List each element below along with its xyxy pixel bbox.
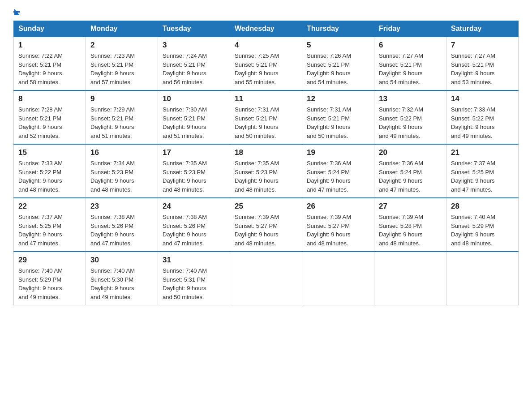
day-cell: 28 Sunrise: 7:40 AMSunset: 5:29 PMDaylig… [446, 198, 519, 252]
day-number: 22 [18, 202, 81, 211]
day-info: Sunrise: 7:40 AMSunset: 5:31 PMDaylight:… [163, 266, 225, 301]
day-info: Sunrise: 7:39 AMSunset: 5:28 PMDaylight:… [379, 213, 442, 248]
day-number: 10 [163, 94, 225, 103]
calendar-body: 1 Sunrise: 7:22 AMSunset: 5:21 PMDayligh… [14, 37, 519, 305]
day-number: 13 [379, 94, 442, 103]
day-cell [230, 252, 302, 305]
day-info: Sunrise: 7:31 AMSunset: 5:21 PMDaylight:… [235, 105, 297, 140]
day-number: 26 [307, 202, 369, 211]
day-number: 30 [90, 256, 153, 265]
day-cell [374, 252, 446, 305]
day-info: Sunrise: 7:23 AMSunset: 5:21 PMDaylight:… [90, 51, 153, 86]
header-day-tuesday: Tuesday [158, 21, 230, 37]
day-number: 2 [90, 41, 153, 50]
day-number: 11 [235, 94, 297, 103]
week-row-5: 29 Sunrise: 7:40 AMSunset: 5:29 PMDaylig… [14, 252, 519, 305]
day-cell: 29 Sunrise: 7:40 AMSunset: 5:29 PMDaylig… [14, 252, 86, 305]
header-day-sunday: Sunday [14, 21, 86, 37]
week-row-1: 1 Sunrise: 7:22 AMSunset: 5:21 PMDayligh… [14, 37, 519, 90]
day-cell: 5 Sunrise: 7:26 AMSunset: 5:21 PMDayligh… [302, 37, 374, 90]
day-info: Sunrise: 7:35 AMSunset: 5:23 PMDaylight:… [163, 159, 225, 194]
day-number: 12 [307, 94, 369, 103]
day-cell: 3 Sunrise: 7:24 AMSunset: 5:21 PMDayligh… [158, 37, 230, 90]
day-info: Sunrise: 7:35 AMSunset: 5:23 PMDaylight:… [235, 159, 297, 194]
week-row-4: 22 Sunrise: 7:37 AMSunset: 5:25 PMDaylig… [14, 198, 519, 252]
day-number: 1 [18, 41, 81, 50]
day-info: Sunrise: 7:28 AMSunset: 5:21 PMDaylight:… [18, 105, 81, 140]
header-day-thursday: Thursday [302, 21, 374, 37]
day-cell: 1 Sunrise: 7:22 AMSunset: 5:21 PMDayligh… [14, 37, 86, 90]
day-cell: 27 Sunrise: 7:39 AMSunset: 5:28 PMDaylig… [374, 198, 446, 252]
logo-underline [13, 11, 20, 13]
day-number: 28 [451, 202, 514, 211]
day-number: 8 [18, 94, 81, 103]
header-day-saturday: Saturday [446, 21, 519, 37]
day-info: Sunrise: 7:24 AMSunset: 5:21 PMDaylight:… [163, 51, 225, 86]
day-info: Sunrise: 7:37 AMSunset: 5:25 PMDaylight:… [451, 159, 514, 194]
day-number: 17 [163, 148, 225, 157]
day-cell: 17 Sunrise: 7:35 AMSunset: 5:23 PMDaylig… [158, 144, 230, 198]
day-cell: 18 Sunrise: 7:35 AMSunset: 5:23 PMDaylig… [230, 144, 302, 198]
day-number: 6 [379, 41, 442, 50]
page-header [13, 9, 519, 13]
day-number: 21 [451, 148, 514, 157]
day-cell: 22 Sunrise: 7:37 AMSunset: 5:25 PMDaylig… [14, 198, 86, 252]
header-day-wednesday: Wednesday [230, 21, 302, 37]
day-info: Sunrise: 7:32 AMSunset: 5:22 PMDaylight:… [379, 105, 442, 140]
day-number: 31 [163, 256, 225, 265]
day-info: Sunrise: 7:40 AMSunset: 5:30 PMDaylight:… [90, 266, 153, 301]
day-number: 19 [307, 148, 369, 157]
day-info: Sunrise: 7:30 AMSunset: 5:21 PMDaylight:… [163, 105, 225, 140]
day-cell: 2 Sunrise: 7:23 AMSunset: 5:21 PMDayligh… [86, 37, 158, 90]
day-cell: 19 Sunrise: 7:36 AMSunset: 5:24 PMDaylig… [302, 144, 374, 198]
day-number: 14 [451, 94, 514, 103]
day-cell: 9 Sunrise: 7:29 AMSunset: 5:21 PMDayligh… [86, 90, 158, 144]
day-number: 29 [18, 256, 81, 265]
day-number: 4 [235, 41, 297, 50]
day-cell [302, 252, 374, 305]
day-info: Sunrise: 7:38 AMSunset: 5:26 PMDaylight:… [163, 213, 225, 248]
day-info: Sunrise: 7:22 AMSunset: 5:21 PMDaylight:… [18, 51, 81, 86]
calendar-header-row: SundayMondayTuesdayWednesdayThursdayFrid… [14, 21, 519, 37]
day-cell: 7 Sunrise: 7:27 AMSunset: 5:21 PMDayligh… [446, 37, 519, 90]
day-number: 23 [90, 202, 153, 211]
day-info: Sunrise: 7:40 AMSunset: 5:29 PMDaylight:… [451, 213, 514, 248]
week-row-3: 15 Sunrise: 7:33 AMSunset: 5:22 PMDaylig… [14, 144, 519, 198]
day-cell: 12 Sunrise: 7:31 AMSunset: 5:21 PMDaylig… [302, 90, 374, 144]
day-cell: 25 Sunrise: 7:39 AMSunset: 5:27 PMDaylig… [230, 198, 302, 252]
logo [13, 9, 20, 13]
header-day-friday: Friday [374, 21, 446, 37]
day-number: 20 [379, 148, 442, 157]
day-info: Sunrise: 7:31 AMSunset: 5:21 PMDaylight:… [307, 105, 369, 140]
day-info: Sunrise: 7:39 AMSunset: 5:27 PMDaylight:… [235, 213, 297, 248]
day-cell: 14 Sunrise: 7:33 AMSunset: 5:22 PMDaylig… [446, 90, 519, 144]
day-info: Sunrise: 7:38 AMSunset: 5:26 PMDaylight:… [90, 213, 153, 248]
day-number: 27 [379, 202, 442, 211]
day-cell: 26 Sunrise: 7:39 AMSunset: 5:27 PMDaylig… [302, 198, 374, 252]
calendar-table: SundayMondayTuesdayWednesdayThursdayFrid… [13, 21, 519, 305]
day-info: Sunrise: 7:37 AMSunset: 5:25 PMDaylight:… [18, 213, 81, 248]
day-number: 16 [90, 148, 153, 157]
day-cell: 15 Sunrise: 7:33 AMSunset: 5:22 PMDaylig… [14, 144, 86, 198]
day-cell: 24 Sunrise: 7:38 AMSunset: 5:26 PMDaylig… [158, 198, 230, 252]
day-number: 24 [163, 202, 225, 211]
day-info: Sunrise: 7:39 AMSunset: 5:27 PMDaylight:… [307, 213, 369, 248]
day-cell: 23 Sunrise: 7:38 AMSunset: 5:26 PMDaylig… [86, 198, 158, 252]
day-info: Sunrise: 7:27 AMSunset: 5:21 PMDaylight:… [451, 51, 514, 86]
day-cell: 8 Sunrise: 7:28 AMSunset: 5:21 PMDayligh… [14, 90, 86, 144]
day-cell [446, 252, 519, 305]
day-info: Sunrise: 7:27 AMSunset: 5:21 PMDaylight:… [379, 51, 442, 86]
day-info: Sunrise: 7:36 AMSunset: 5:24 PMDaylight:… [307, 159, 369, 194]
day-info: Sunrise: 7:26 AMSunset: 5:21 PMDaylight:… [307, 51, 369, 86]
day-cell: 31 Sunrise: 7:40 AMSunset: 5:31 PMDaylig… [158, 252, 230, 305]
header-day-monday: Monday [86, 21, 158, 37]
day-cell: 10 Sunrise: 7:30 AMSunset: 5:21 PMDaylig… [158, 90, 230, 144]
day-cell: 6 Sunrise: 7:27 AMSunset: 5:21 PMDayligh… [374, 37, 446, 90]
day-cell: 4 Sunrise: 7:25 AMSunset: 5:21 PMDayligh… [230, 37, 302, 90]
day-info: Sunrise: 7:33 AMSunset: 5:22 PMDaylight:… [451, 105, 514, 140]
day-cell: 21 Sunrise: 7:37 AMSunset: 5:25 PMDaylig… [446, 144, 519, 198]
week-row-2: 8 Sunrise: 7:28 AMSunset: 5:21 PMDayligh… [14, 90, 519, 144]
day-number: 15 [18, 148, 81, 157]
day-info: Sunrise: 7:25 AMSunset: 5:21 PMDaylight:… [235, 51, 297, 86]
day-number: 25 [235, 202, 297, 211]
